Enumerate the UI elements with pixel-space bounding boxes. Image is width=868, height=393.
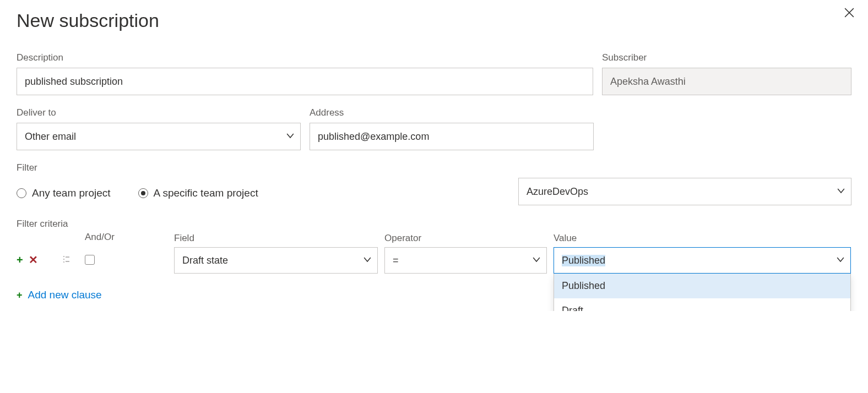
address-input[interactable] bbox=[310, 123, 594, 150]
radio-any-label: Any team project bbox=[32, 187, 111, 199]
filter-label: Filter bbox=[17, 162, 851, 173]
dialog-title: New subscription bbox=[17, 10, 851, 31]
value-header: Value bbox=[554, 233, 851, 244]
project-value: AzureDevOps bbox=[527, 186, 588, 198]
plus-icon: + bbox=[17, 290, 23, 301]
deliver-to-value: Other email bbox=[25, 131, 76, 143]
field-header: Field bbox=[174, 233, 378, 244]
deliver-to-select[interactable]: Other email bbox=[17, 123, 301, 150]
value-value: Published bbox=[562, 255, 605, 266]
close-icon bbox=[844, 8, 854, 19]
dropdown-option-published[interactable]: Published bbox=[554, 274, 850, 298]
dropdown-option-draft[interactable]: Draft bbox=[554, 298, 850, 311]
operator-select[interactable]: = bbox=[384, 247, 547, 274]
operator-header: Operator bbox=[384, 233, 547, 244]
andor-header: And/Or bbox=[85, 232, 167, 243]
radio-any-project[interactable]: Any team project bbox=[17, 187, 111, 199]
subscriber-label: Subscriber bbox=[602, 52, 851, 63]
value-select[interactable]: Published bbox=[554, 247, 851, 274]
delete-row-icon[interactable]: ✕ bbox=[29, 253, 38, 266]
radio-specific-project[interactable]: A specific team project bbox=[138, 187, 258, 199]
andor-checkbox[interactable] bbox=[85, 255, 95, 265]
group-clause-icon bbox=[62, 255, 70, 265]
value-dropdown: Published Draft bbox=[554, 274, 851, 311]
field-select[interactable]: Draft state bbox=[174, 247, 378, 274]
subscriber-value: Apeksha Awasthi bbox=[610, 76, 686, 88]
description-input[interactable] bbox=[17, 68, 593, 95]
add-row-icon[interactable]: + bbox=[17, 254, 23, 266]
address-label: Address bbox=[310, 107, 594, 118]
radio-icon bbox=[17, 188, 26, 198]
project-select[interactable]: AzureDevOps bbox=[518, 178, 851, 205]
deliver-to-label: Deliver to bbox=[17, 107, 301, 118]
subscriber-field: Apeksha Awasthi bbox=[602, 68, 851, 95]
add-clause-label: Add new clause bbox=[28, 289, 102, 301]
radio-icon bbox=[138, 188, 148, 198]
radio-specific-label: A specific team project bbox=[154, 187, 258, 199]
filter-criteria-label: Filter criteria bbox=[17, 219, 851, 230]
field-value: Draft state bbox=[182, 255, 228, 266]
close-button[interactable] bbox=[843, 7, 856, 20]
operator-value: = bbox=[393, 255, 399, 266]
description-label: Description bbox=[17, 52, 593, 63]
